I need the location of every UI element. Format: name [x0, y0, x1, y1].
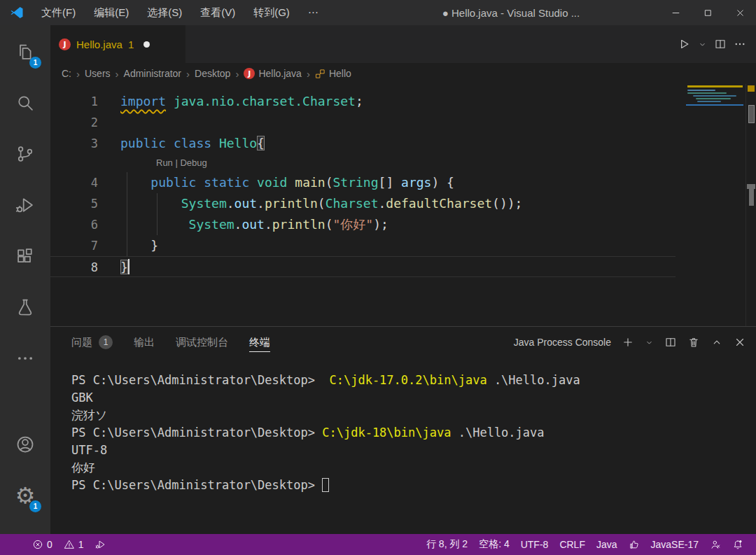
close-button[interactable] [724, 0, 756, 25]
line-number[interactable]: 6 [50, 214, 120, 235]
tab-output[interactable]: 输出 [134, 327, 155, 358]
code-token [120, 196, 181, 211]
statusbar-problems-errors[interactable]: 0 [27, 534, 58, 555]
breadcrumb-label: C: [62, 68, 71, 79]
breadcrumb-label: Desktop [195, 68, 230, 79]
activitybar-item-testing[interactable] [8, 290, 42, 324]
breadcrumb-label: Hello [329, 68, 351, 79]
run-debug-icon [15, 195, 35, 215]
menu-item[interactable]: 文件(F) [32, 4, 85, 22]
statusbar-language-mode[interactable]: Java [591, 534, 623, 555]
line-number[interactable]: 2 [50, 112, 120, 133]
statusbar-feedback[interactable] [623, 534, 645, 555]
code-token: . [234, 217, 242, 232]
statusbar-quick-run[interactable] [90, 534, 112, 555]
breadcrumb-item-administrator[interactable]: Administrator [124, 68, 181, 79]
tab-hello-java[interactable]: J Hello.java 1 [50, 25, 186, 63]
tab-problems[interactable]: 问题1 [71, 327, 113, 358]
terminal-session-select[interactable]: Java Process Console [509, 337, 611, 348]
run-dropdown[interactable] [698, 40, 707, 49]
run-icon [677, 37, 691, 51]
minimap-warning-mark [687, 85, 743, 87]
split-editor-button[interactable] [714, 38, 727, 50]
statusbar-problems-warnings[interactable]: 1 [58, 534, 90, 555]
activitybar-item-search[interactable] [8, 86, 42, 120]
terminal-line: UTF-8 [71, 442, 756, 459]
statusbar-notifications[interactable] [727, 534, 749, 555]
terminal-output[interactable]: PS C:\Users\Administrator\Desktop> C:\jd… [50, 358, 756, 534]
statusbar-java-runtime[interactable]: JavaSE-17 [645, 534, 704, 555]
terminal-cursor [322, 478, 329, 492]
code-token: out [241, 217, 265, 232]
breadcrumb: C:›Users›Administrator›Desktop›JHello.ja… [50, 63, 756, 84]
statusbar-eol[interactable]: CRLF [554, 534, 591, 555]
activitybar-item-additional-views[interactable] [8, 342, 42, 375]
line-number[interactable]: 1 [50, 91, 120, 112]
code-token: out [234, 196, 258, 211]
split-terminal-button[interactable] [664, 336, 677, 349]
code-token: ( [326, 217, 333, 232]
tab-terminal[interactable]: 终端 [249, 327, 270, 358]
breadcrumb-item-users[interactable]: Users [85, 68, 111, 79]
breadcrumb-item-desktop[interactable]: Desktop [195, 68, 230, 79]
code-token: System [189, 217, 234, 232]
menu-item[interactable]: 转到(G) [244, 4, 299, 22]
menu-item[interactable]: ⋯ [299, 4, 328, 22]
menu-item[interactable]: 查看(V) [191, 4, 244, 22]
close-icon [735, 8, 746, 18]
statusbar-java-status[interactable] [704, 534, 727, 555]
activitybar-item-extensions[interactable] [8, 239, 42, 273]
code-token: defaultCharset [386, 196, 492, 211]
activitybar-item-source-control[interactable] [8, 137, 42, 171]
menu-item[interactable]: 选择(S) [138, 4, 191, 22]
editor-actions [677, 25, 756, 63]
activitybar-item-accounts[interactable] [8, 428, 42, 461]
code-token [120, 217, 189, 232]
line-number[interactable]: 3 [50, 133, 120, 154]
terminal-dropdown[interactable] [645, 338, 654, 347]
statusbar-encoding[interactable]: UTF-8 [515, 534, 554, 555]
statusbar-label: CRLF [559, 539, 585, 550]
breadcrumb-separator: › [76, 68, 80, 80]
panel-tab-label: 终端 [249, 336, 270, 349]
terminal-line: PS C:\Users\Administrator\Desktop> C:\jd… [71, 424, 756, 442]
line-number[interactable]: 4 [50, 172, 120, 193]
close-panel-button[interactable] [734, 336, 746, 349]
minimap[interactable] [686, 84, 746, 326]
editor[interactable]: 1import java.nio.charset.Charset;23publi… [50, 84, 756, 326]
text-cursor [128, 259, 130, 274]
breadcrumb-item-hello[interactable]: Hello [315, 68, 351, 79]
maximize-panel-button[interactable] [710, 336, 723, 349]
activitybar-item-run-and-debug[interactable] [8, 188, 42, 222]
line-number[interactable]: 5 [50, 193, 120, 214]
minimize-button[interactable] [659, 0, 692, 25]
plus-icon [622, 336, 634, 349]
java-file-icon: J [59, 38, 71, 50]
line-number[interactable]: 7 [50, 235, 120, 256]
breadcrumb-item-hellojava[interactable]: JHello.java [244, 68, 301, 79]
warning-triangle-icon [64, 539, 75, 550]
breadcrumb-item-c[interactable]: C: [62, 68, 71, 79]
codelens-run-debug[interactable]: Run | Debug [50, 154, 676, 172]
statusbar-label: 空格: 4 [479, 538, 510, 551]
modified-dot-icon[interactable] [144, 41, 150, 48]
terminal-line: GBK [71, 389, 756, 407]
statusbar-indentation[interactable]: 空格: 4 [473, 534, 515, 555]
maximize-button[interactable] [692, 0, 724, 25]
ruler-mark [748, 105, 755, 123]
new-terminal-button[interactable] [622, 336, 634, 349]
indent-guide [157, 193, 158, 235]
activitybar-item-explorer[interactable]: 1 [8, 35, 42, 69]
tab-debug-console[interactable]: 调试控制台 [176, 327, 228, 358]
kill-terminal-button[interactable] [687, 336, 700, 349]
line-number[interactable]: 8 [50, 257, 120, 276]
run-button[interactable] [677, 37, 691, 51]
statusbar-cursor-position[interactable]: 行 8, 列 2 [421, 534, 473, 555]
statusbar-label: Java [596, 539, 617, 550]
error-circle-icon [32, 539, 43, 550]
close-icon [734, 336, 746, 349]
activitybar-item-settings[interactable]: ⚙1 [8, 479, 42, 512]
menu-item[interactable]: 编辑(E) [85, 4, 138, 22]
more-actions-button[interactable] [734, 38, 746, 50]
code-token: class [174, 136, 211, 150]
